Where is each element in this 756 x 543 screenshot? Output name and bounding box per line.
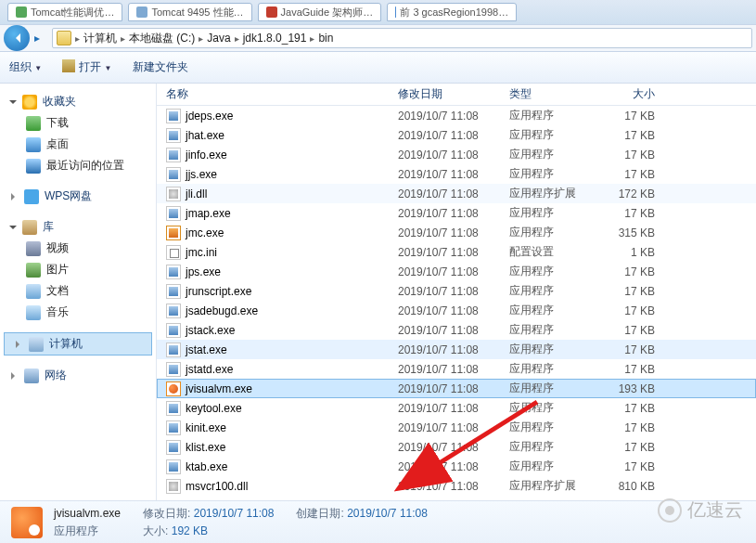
column-header-name[interactable]: 名称 bbox=[166, 86, 398, 102]
sidebar-item-documents[interactable]: 文档 bbox=[0, 280, 156, 302]
file-row[interactable]: jhat.exe2019/10/7 11:08应用程序17 KB bbox=[157, 125, 756, 145]
file-row[interactable]: keytool.exe2019/10/7 11:08应用程序17 KB bbox=[157, 398, 756, 418]
sidebar-label: 视频 bbox=[46, 240, 69, 256]
file-type: 应用程序扩展 bbox=[509, 186, 607, 201]
file-date: 2019/10/7 11:08 bbox=[398, 226, 509, 239]
file-list-body[interactable]: jdeps.exe2019/10/7 11:08应用程序17 KBjhat.ex… bbox=[157, 106, 756, 500]
file-row[interactable]: jdeps.exe2019/10/7 11:08应用程序17 KB bbox=[157, 106, 756, 125]
file-date: 2019/10/7 11:08 bbox=[398, 441, 509, 454]
expand-icon bbox=[16, 341, 23, 348]
file-size: 17 KB bbox=[607, 421, 672, 434]
tab-label: Tomcat 9495 性能… bbox=[151, 6, 243, 19]
expand-icon bbox=[11, 193, 19, 200]
browser-tab-strip: Tomcat性能调优… Tomcat 9495 性能… JavaGuide 架构… bbox=[0, 0, 756, 24]
sidebar-item-videos[interactable]: 视频 bbox=[0, 238, 156, 259]
sidebar-item-pictures[interactable]: 图片 bbox=[0, 259, 156, 280]
breadcrumb[interactable]: 本地磁盘 (C:) bbox=[129, 31, 195, 46]
file-row[interactable]: jstack.exe2019/10/7 11:08应用程序17 KB bbox=[157, 320, 756, 340]
details-size-label: 大小: bbox=[143, 524, 168, 537]
file-name: klist.exe bbox=[186, 441, 225, 454]
file-date: 2019/10/7 11:08 bbox=[398, 343, 509, 356]
file-size: 17 KB bbox=[607, 441, 672, 454]
details-created-value: 2019/10/7 11:08 bbox=[347, 507, 428, 520]
library-icon bbox=[22, 220, 37, 235]
file-row[interactable]: jmc.exe2019/10/7 11:08应用程序315 KB bbox=[157, 223, 756, 242]
file-row[interactable]: msvcr100.dll2019/10/7 11:08应用程序扩展810 KB bbox=[157, 476, 756, 496]
file-date: 2019/10/7 11:08 bbox=[398, 480, 509, 493]
breadcrumb[interactable]: Java bbox=[207, 32, 230, 45]
sidebar-libraries-header[interactable]: 库 bbox=[0, 216, 156, 238]
breadcrumb[interactable]: jdk1.8.0_191 bbox=[243, 32, 307, 45]
column-header-size[interactable]: 大小 bbox=[607, 86, 672, 102]
new-folder-button[interactable]: 新建文件夹 bbox=[133, 59, 188, 75]
nav-sidebar: 收藏夹 下载 桌面 最近访问的位置 WPS网盘 库 视频 图片 文档 音乐 计算… bbox=[0, 84, 157, 500]
file-size: 17 KB bbox=[607, 285, 672, 298]
file-type: 应用程序 bbox=[509, 322, 607, 338]
file-type: 配置设置 bbox=[509, 244, 607, 260]
sidebar-item-recent[interactable]: 最近访问的位置 bbox=[0, 155, 156, 176]
file-type: 应用程序 bbox=[509, 381, 607, 396]
sidebar-label: 库 bbox=[43, 219, 54, 235]
sidebar-favorites-header[interactable]: 收藏夹 bbox=[0, 91, 156, 112]
file-row[interactable]: jinfo.exe2019/10/7 11:08应用程序17 KB bbox=[157, 145, 756, 164]
browser-tab[interactable]: Tomcat性能调优… bbox=[7, 3, 122, 21]
file-size: 17 KB bbox=[607, 363, 672, 376]
file-row[interactable]: jsadebugd.exe2019/10/7 11:08应用程序17 KB bbox=[157, 301, 756, 320]
file-row[interactable]: jvisualvm.exe2019/10/7 11:08应用程序193 KB bbox=[157, 379, 756, 398]
file-name: keytool.exe bbox=[186, 402, 242, 415]
file-type: 应用程序 bbox=[509, 108, 607, 123]
file-icon bbox=[166, 284, 181, 299]
file-type: 应用程序 bbox=[509, 303, 607, 318]
file-row[interactable]: kinit.exe2019/10/7 11:08应用程序17 KB bbox=[157, 418, 756, 437]
file-size: 17 KB bbox=[607, 168, 672, 181]
sidebar-item-network[interactable]: 网络 bbox=[0, 365, 156, 386]
breadcrumb[interactable]: 计算机 bbox=[83, 31, 117, 46]
file-row[interactable]: jli.dll2019/10/7 11:08应用程序扩展172 KB bbox=[157, 184, 756, 203]
file-name: jinfo.exe bbox=[186, 149, 227, 162]
file-date: 2019/10/7 11:08 bbox=[398, 265, 509, 278]
file-row[interactable]: jjs.exe2019/10/7 11:08应用程序17 KB bbox=[157, 164, 756, 184]
file-type: 应用程序 bbox=[509, 283, 607, 299]
sidebar-item-desktop[interactable]: 桌面 bbox=[0, 134, 156, 155]
file-row[interactable]: jrunscript.exe2019/10/7 11:08应用程序17 KB bbox=[157, 281, 756, 301]
file-row[interactable]: jmc.ini2019/10/7 11:08配置设置1 KB bbox=[157, 242, 756, 262]
file-name: jhat.exe bbox=[186, 129, 224, 142]
file-row[interactable]: jstat.exe2019/10/7 11:08应用程序17 KB bbox=[157, 340, 756, 359]
sidebar-label: WPS网盘 bbox=[45, 188, 92, 204]
browser-tab[interactable]: 前 3 gcasRegion1998… bbox=[387, 3, 517, 21]
sidebar-item-music[interactable]: 音乐 bbox=[0, 302, 156, 323]
open-button[interactable]: 打开 ▼ bbox=[62, 59, 111, 75]
file-row[interactable]: jmap.exe2019/10/7 11:08应用程序17 KB bbox=[157, 203, 756, 223]
sidebar-label: 图片 bbox=[46, 262, 69, 278]
file-row[interactable]: klist.exe2019/10/7 11:08应用程序17 KB bbox=[157, 437, 756, 457]
breadcrumb[interactable]: bin bbox=[318, 32, 333, 45]
sidebar-item-downloads[interactable]: 下载 bbox=[0, 112, 156, 134]
sidebar-label: 网络 bbox=[45, 368, 67, 383]
column-header-date[interactable]: 修改日期 bbox=[398, 86, 509, 102]
sidebar-label: 桌面 bbox=[46, 136, 69, 152]
download-icon bbox=[26, 116, 41, 131]
sidebar-label: 计算机 bbox=[49, 336, 83, 352]
file-row[interactable]: ktab.exe2019/10/7 11:08应用程序17 KB bbox=[157, 457, 756, 476]
back-button[interactable] bbox=[4, 25, 30, 51]
file-size: 17 KB bbox=[607, 207, 672, 220]
chevron-right-icon: ▸ bbox=[75, 33, 80, 44]
explorer-navbar: ▸ ▸ 计算机 ▸ 本地磁盘 (C:) ▸ Java ▸ jdk1.8.0_19… bbox=[0, 24, 756, 52]
tab-label: JavaGuide 架构师… bbox=[281, 6, 374, 19]
file-date: 2019/10/7 11:08 bbox=[398, 460, 509, 473]
sidebar-item-computer[interactable]: 计算机 bbox=[4, 332, 152, 356]
file-row[interactable]: jps.exe2019/10/7 11:08应用程序17 KB bbox=[157, 262, 756, 281]
file-type: 应用程序 bbox=[509, 420, 607, 435]
forward-button[interactable]: ▸ bbox=[30, 29, 45, 47]
file-name: jstack.exe bbox=[186, 324, 235, 337]
file-row[interactable]: jstatd.exe2019/10/7 11:08应用程序17 KB bbox=[157, 359, 756, 379]
picture-icon bbox=[26, 263, 41, 278]
organize-button[interactable]: 组织 ▼ bbox=[9, 59, 42, 75]
browser-tab[interactable]: Tomcat 9495 性能… bbox=[128, 3, 251, 21]
sidebar-item-wps[interactable]: WPS网盘 bbox=[0, 186, 156, 207]
column-header-type[interactable]: 类型 bbox=[509, 86, 607, 102]
browser-tab[interactable]: JavaGuide 架构师… bbox=[258, 3, 382, 21]
file-type: 应用程序 bbox=[509, 342, 607, 357]
file-type-icon bbox=[11, 507, 43, 538]
address-bar[interactable]: ▸ 计算机 ▸ 本地磁盘 (C:) ▸ Java ▸ jdk1.8.0_191 … bbox=[52, 28, 752, 48]
